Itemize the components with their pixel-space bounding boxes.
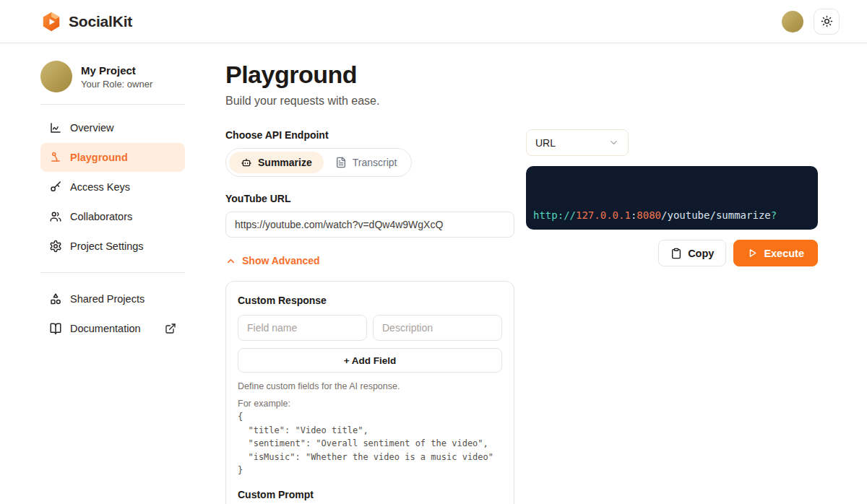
project-role: Your Role: owner bbox=[81, 79, 152, 90]
users-icon bbox=[49, 210, 62, 223]
page-content: My Project Your Role: owner Overview Pla… bbox=[0, 43, 867, 504]
file-text-icon bbox=[335, 157, 347, 168]
tab-label: Summarize bbox=[258, 157, 312, 168]
add-field-button[interactable]: + Add Field bbox=[238, 348, 502, 373]
brand-logo[interactable]: SocialKit bbox=[40, 11, 132, 32]
execute-button[interactable]: Execute bbox=[733, 240, 818, 266]
format-select[interactable]: URL bbox=[526, 129, 629, 156]
example-json: { "title": "Video title", "sentiment": "… bbox=[238, 410, 502, 477]
copy-button[interactable]: Copy bbox=[658, 240, 726, 266]
brand-name: SocialKit bbox=[69, 13, 132, 30]
show-advanced-label: Show Advanced bbox=[242, 255, 320, 266]
gear-icon bbox=[49, 240, 62, 253]
copy-label: Copy bbox=[688, 248, 714, 259]
page-title: Playground bbox=[225, 61, 514, 89]
socialkit-logo-icon bbox=[40, 11, 62, 32]
sidebar-item-playground[interactable]: Playground bbox=[40, 143, 185, 172]
sidebar-item-project-settings[interactable]: Project Settings bbox=[40, 232, 185, 261]
youtube-url-label: YouTube URL bbox=[225, 193, 514, 204]
builder-column: Playground Build your requests with ease… bbox=[225, 61, 514, 504]
bot-icon bbox=[241, 157, 252, 168]
request-url-line: http://127.0.0.1:8080/youtube/summarize? bbox=[533, 207, 811, 224]
joystick-icon bbox=[49, 151, 62, 164]
custom-response-help: Define custom fields for the AI response… bbox=[238, 381, 502, 391]
book-icon bbox=[49, 322, 62, 335]
sidebar-item-label: Collaborators bbox=[70, 211, 132, 222]
request-actions: Copy Execute bbox=[526, 240, 818, 266]
chart-line-icon bbox=[49, 121, 62, 134]
play-icon bbox=[747, 248, 758, 258]
project-name: My Project bbox=[81, 64, 152, 77]
sidebar-item-label: Documentation bbox=[70, 323, 141, 334]
user-avatar[interactable] bbox=[782, 11, 803, 32]
theme-toggle-button[interactable] bbox=[814, 9, 840, 35]
custom-prompt-label: Custom Prompt bbox=[238, 489, 502, 500]
sidebar: My Project Your Role: owner Overview Pla… bbox=[40, 61, 185, 504]
custom-field-row bbox=[238, 315, 502, 341]
field-description-input[interactable] bbox=[373, 315, 502, 341]
sidebar-item-label: Access Keys bbox=[70, 181, 130, 193]
sidebar-item-access-keys[interactable]: Access Keys bbox=[40, 173, 185, 201]
example-label: For example: bbox=[238, 399, 502, 409]
advanced-options-card: Custom Response + Add Field Define custo… bbox=[225, 281, 514, 504]
key-icon bbox=[49, 181, 62, 194]
show-advanced-toggle[interactable]: Show Advanced bbox=[225, 255, 514, 266]
sidebar-item-documentation[interactable]: Documentation bbox=[40, 314, 185, 343]
shapes-icon bbox=[49, 292, 62, 305]
page-subtitle: Build your requests with ease. bbox=[225, 95, 514, 108]
request-preview-column: URL http://127.0.0.1:8080/youtube/summar… bbox=[526, 61, 818, 504]
clipboard-icon bbox=[670, 248, 682, 259]
chevron-up-icon bbox=[225, 256, 236, 266]
project-avatar bbox=[40, 61, 72, 92]
sidebar-item-collaborators[interactable]: Collaborators bbox=[40, 202, 185, 231]
app-header: SocialKit bbox=[0, 0, 867, 43]
header-actions bbox=[782, 9, 840, 35]
tab-label: Transcript bbox=[353, 157, 397, 168]
sun-icon bbox=[821, 15, 833, 27]
project-header: My Project Your Role: owner bbox=[40, 61, 185, 105]
tab-summarize[interactable]: Summarize bbox=[229, 152, 324, 173]
execute-label: Execute bbox=[764, 248, 804, 259]
field-name-input[interactable] bbox=[238, 315, 367, 341]
external-link-icon bbox=[165, 323, 176, 334]
request-url-code-block[interactable]: http://127.0.0.1:8080/youtube/summarize?… bbox=[526, 166, 818, 230]
endpoint-segmented-control: Summarize Transcript bbox=[225, 148, 412, 177]
youtube-url-input[interactable] bbox=[225, 212, 514, 238]
sidebar-item-shared-projects[interactable]: Shared Projects bbox=[40, 284, 185, 313]
chevron-down-icon bbox=[608, 137, 619, 148]
tab-transcript[interactable]: Transcript bbox=[324, 152, 409, 173]
custom-response-title: Custom Response bbox=[238, 295, 502, 306]
sidebar-item-label: Playground bbox=[70, 152, 128, 163]
sidebar-item-overview[interactable]: Overview bbox=[40, 113, 185, 142]
main-area: Playground Build your requests with ease… bbox=[225, 61, 818, 504]
format-select-value: URL bbox=[535, 137, 556, 149]
sidebar-item-label: Overview bbox=[70, 122, 113, 134]
endpoint-label: Choose API Endpoint bbox=[225, 129, 514, 141]
sidebar-divider bbox=[40, 272, 185, 273]
sidebar-item-label: Project Settings bbox=[70, 240, 144, 252]
sidebar-item-label: Shared Projects bbox=[70, 293, 144, 305]
